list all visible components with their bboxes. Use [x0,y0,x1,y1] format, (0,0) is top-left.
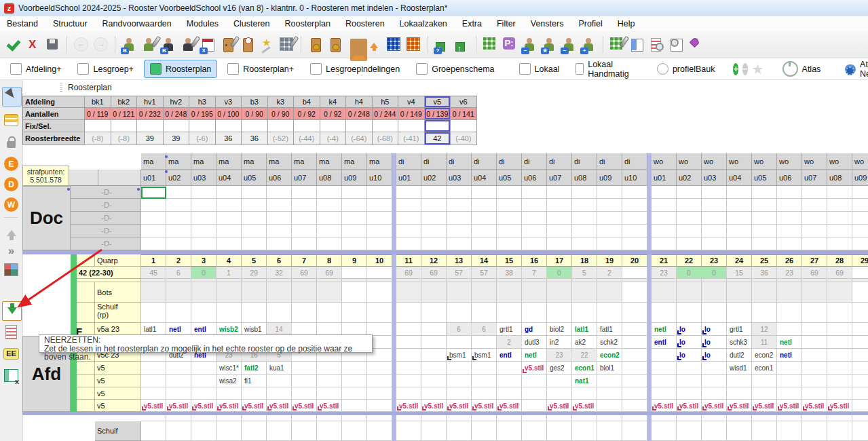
grid-cell[interactable] [421,375,447,387]
grid-cell[interactable] [421,323,447,336]
doc-cell[interactable] [342,199,367,212]
roosterbreedte-cell[interactable]: (-8) [85,132,111,145]
doc-cell[interactable] [317,186,342,199]
grid-cell[interactable] [777,323,802,336]
afdeling-col-bk2[interactable]: bk2 [111,96,138,108]
day-cell-di[interactable]: di [421,153,447,170]
grid-cell[interactable] [777,387,802,400]
grid-cell[interactable] [342,421,367,441]
doc-cell[interactable] [396,199,421,212]
grid-cell[interactable] [702,282,727,303]
hour-cell-wo-u03[interactable]: u03 [702,170,727,186]
grid-cell[interactable] [342,400,367,412]
hour-cell-ma-u05[interactable]: u05 [242,170,267,186]
day-cell-di[interactable]: di [597,153,622,170]
grid-cell[interactable] [702,387,727,400]
fixsel-cell[interactable] [189,120,216,132]
grid-cell[interactable] [827,282,852,303]
row-label-v5_2[interactable]: v5 [95,375,141,387]
lesson-v5stil[interactable]: v5.stil [191,400,216,412]
aantallen-cell[interactable]: 0 / 248 [346,108,373,120]
fixsel-cell[interactable] [164,120,190,132]
day-cell-di[interactable]: di [396,153,421,170]
grid-cell[interactable] [802,349,827,362]
grid-cell[interactable] [652,387,677,400]
grid-wrench-button[interactable] [278,35,296,55]
fixsel-cell[interactable] [216,120,242,132]
doc-cell[interactable] [727,237,752,250]
doc-cell[interactable] [292,237,317,250]
grid-cell[interactable] [447,336,472,349]
grid-cell[interactable] [497,282,522,303]
lesson-v5stil[interactable]: v5.stil [421,400,447,412]
grid-cell[interactable] [396,303,421,323]
day-cell-ma[interactable]: ma [242,153,267,170]
grid-cell[interactable] [472,362,497,375]
doc-cell[interactable] [472,199,497,212]
grid-cell[interactable] [342,282,367,303]
doc-cell[interactable] [597,212,622,225]
grid-cell[interactable] [447,421,472,441]
badge-e-button[interactable]: E [2,155,20,173]
radio-icon[interactable] [657,63,668,75]
grid-cell[interactable] [342,303,367,323]
doc-cell[interactable] [827,199,852,212]
checkbox-icon[interactable] [227,63,239,75]
width-cell[interactable]: 69 [396,267,421,279]
doc-cell[interactable] [421,199,447,212]
calc-grid-button[interactable] [404,35,423,55]
layout-panels-button[interactable] [628,35,646,55]
hour-cell-wo-u06[interactable]: u06 [777,170,802,186]
grid-cell[interactable] [317,375,342,387]
doc-cell[interactable] [852,199,868,212]
grid-cell[interactable] [827,323,852,336]
doc-cell[interactable] [547,237,572,250]
grid-cell[interactable] [622,375,647,387]
doc-cell[interactable] [421,186,447,199]
grid-cell[interactable] [396,349,421,362]
grid-cell[interactable] [367,387,392,400]
grid-cell[interactable] [317,421,342,441]
checkbox-icon[interactable] [575,63,584,75]
width-cell[interactable]: 0 [677,267,702,279]
roosterbreedte-cell[interactable]: 36 [216,132,242,145]
grid-cell[interactable] [827,336,852,349]
grid-cell[interactable] [191,303,216,323]
lesson-11[interactable]: 11 [752,336,777,349]
grid-cell[interactable] [267,387,292,400]
hour-number-20[interactable]: 20 [622,254,647,267]
width-cell[interactable]: 69 [802,267,827,279]
doc-cell[interactable] [342,225,367,237]
clipboard-button[interactable] [2,323,20,341]
lesson-v5stil[interactable]: v5.stil [292,400,317,412]
teacher-dark-b-button[interactable]: B [159,35,178,55]
lesson-v5stil[interactable]: v5.stil [396,400,421,412]
add-view-button[interactable]: + [733,63,738,75]
grid-cell[interactable] [852,400,868,412]
menu-item-roosteren[interactable]: Roosteren [345,19,385,28]
grid-cell[interactable] [421,303,447,323]
doc-cell[interactable] [727,212,752,225]
day-cell-di[interactable]: di [497,153,522,170]
doc-cell[interactable] [852,225,868,237]
doc-cell[interactable] [752,237,777,250]
width-cell[interactable]: 29 [242,267,267,279]
doc-cell[interactable] [242,186,267,199]
doc-cell[interactable] [572,212,597,225]
lesson-22[interactable]: 22 [572,349,597,362]
grid-cell[interactable] [802,387,827,400]
lesson-in2[interactable]: in2 [547,336,572,349]
doc-cell[interactable] [447,212,472,225]
lesson-ges2[interactable]: ges2 [547,362,572,375]
doc-cell[interactable] [702,225,727,237]
doc-cell[interactable] [622,212,647,225]
width-cell[interactable]: 0 [547,267,572,279]
doc-cell[interactable] [396,225,421,237]
grid-cell[interactable] [802,421,827,441]
cancel-button[interactable] [24,35,42,55]
aantallen-cell[interactable]: 0 / 195 [189,108,216,120]
lesson-latl1[interactable]: latl1 [572,323,597,336]
roosterbreedte-cell[interactable]: 39 [137,132,164,145]
doc-cell[interactable] [472,212,497,225]
grid-cell[interactable] [421,362,447,375]
